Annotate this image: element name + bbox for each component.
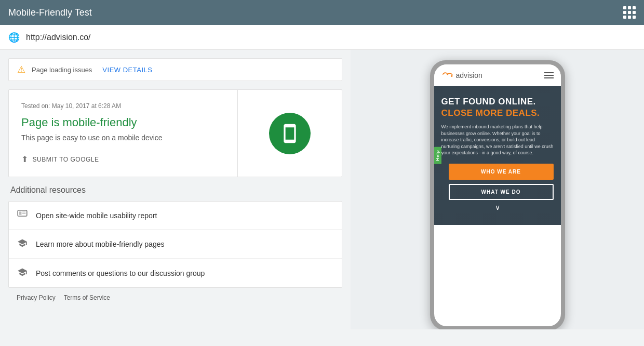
terms-of-service-link[interactable]: Terms of Service (64, 294, 110, 301)
right-panel: advision Help GET FOUND ONLINE. CLOSE MO… (351, 50, 644, 329)
logo-icon (441, 70, 453, 81)
svg-rect-1 (19, 211, 22, 215)
chevron-down-icon: ∨ (441, 200, 554, 215)
svg-rect-3 (22, 213, 25, 214)
phone-icon-circle (269, 113, 311, 154)
logo-text: advision (456, 71, 482, 79)
hero-buttons: WHO WE ARE WHAT WE DO (441, 164, 554, 200)
hamburger-menu[interactable] (544, 72, 554, 78)
resource-text-discuss: Post comments or questions to our discus… (36, 269, 205, 277)
result-right (238, 90, 342, 177)
additional-resources-title: Additional resources (8, 185, 342, 195)
result-left: Tested on: May 10, 2017 at 6:28 AM Page … (9, 90, 238, 177)
site-logo: advision (441, 70, 482, 81)
apps-icon[interactable] (623, 6, 636, 19)
upload-icon: ⬆ (21, 154, 29, 164)
main-layout: ⚠ Page loading issues VIEW DETAILS Teste… (0, 50, 644, 329)
resources-card: Open site-wide mobile usability report L… (8, 201, 342, 288)
phone-device: advision Help GET FOUND ONLINE. CLOSE MO… (430, 60, 565, 329)
svg-rect-2 (22, 211, 25, 212)
url-bar: 🌐 (0, 25, 644, 50)
footer: Privacy Policy Terms of Service (8, 288, 342, 308)
site-hero: Help GET FOUND ONLINE. CLOSE MORE DEALS.… (434, 86, 561, 225)
learn-icon (17, 238, 28, 250)
resource-item-discuss[interactable]: Post comments or questions to our discus… (9, 259, 342, 287)
privacy-policy-link[interactable]: Privacy Policy (17, 294, 56, 301)
hero-desc: We implement inbound marketing plans tha… (441, 124, 554, 156)
result-card: Tested on: May 10, 2017 at 6:28 AM Page … (8, 89, 342, 177)
phone-screen: advision Help GET FOUND ONLINE. CLOSE MO… (434, 64, 561, 326)
site-header: advision (434, 64, 561, 86)
phone-icon (279, 123, 300, 144)
resource-text-usability: Open site-wide mobile usability report (36, 211, 157, 220)
app-header: Mobile-Friendly Test (0, 0, 644, 25)
tested-on: Tested on: May 10, 2017 at 6:28 AM (21, 102, 225, 110)
left-panel: ⚠ Page loading issues VIEW DETAILS Teste… (0, 50, 351, 329)
hero-title-orange: CLOSE MORE DEALS. (441, 108, 554, 118)
app-title: Mobile-Friendly Test (8, 7, 92, 18)
warning-text: Page loading issues (32, 66, 92, 74)
resource-text-learn: Learn more about mobile-friendly pages (36, 240, 164, 248)
additional-resources-section: Additional resources Open site-wide mobi… (8, 185, 342, 288)
hero-title-white: GET FOUND ONLINE. (441, 97, 554, 107)
discuss-icon (17, 267, 28, 279)
usability-icon (17, 210, 28, 221)
submit-label: SUBMIT TO GOOGLE (33, 156, 99, 163)
help-tab[interactable]: Help (434, 147, 441, 164)
who-we-are-button[interactable]: WHO WE ARE (449, 164, 554, 180)
mobile-friendly-title: Page is mobile-friendly (21, 116, 225, 129)
resource-item-usability[interactable]: Open site-wide mobile usability report (9, 202, 342, 230)
view-details-link[interactable]: VIEW DETAILS (102, 66, 152, 74)
url-input[interactable] (26, 33, 636, 42)
submit-to-google-button[interactable]: ⬆ SUBMIT TO GOOGLE (21, 154, 99, 164)
warning-icon: ⚠ (17, 64, 25, 75)
globe-icon: 🌐 (8, 32, 20, 43)
svg-point-4 (451, 75, 452, 77)
what-we-do-button[interactable]: WHAT WE DO (449, 184, 554, 200)
mobile-friendly-desc: This page is easy to use on a mobile dev… (21, 134, 225, 142)
resource-item-learn[interactable]: Learn more about mobile-friendly pages (9, 230, 342, 259)
warning-bar: ⚠ Page loading issues VIEW DETAILS (8, 58, 342, 81)
